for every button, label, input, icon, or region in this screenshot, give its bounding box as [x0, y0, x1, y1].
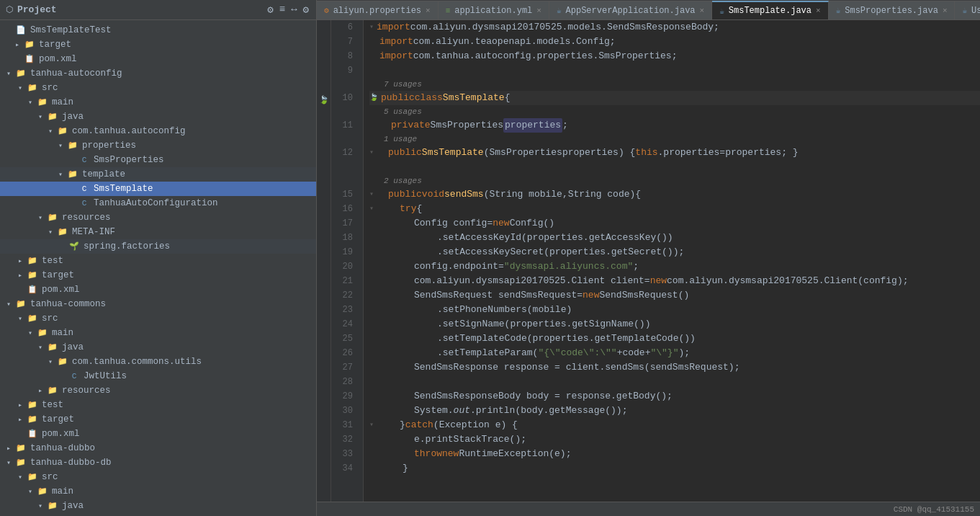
- folder-icon: [26, 400, 39, 410]
- tab-close-icon[interactable]: ×: [700, 6, 705, 15]
- tree-item-pom1[interactable]: 📋 pom.xml: [0, 52, 316, 66]
- param: String mobile,String code){: [489, 187, 641, 202]
- tree-item-java2[interactable]: 📁 java: [0, 340, 316, 355]
- fold-icon-31[interactable]: ▾: [369, 418, 374, 432]
- tab-close-icon[interactable]: ×: [536, 6, 541, 15]
- arrow: [45, 127, 56, 135]
- tree-item-java1[interactable]: 📁 java: [0, 110, 316, 124]
- tab-aliyun-properties[interactable]: ⚙ aliyun.properties ×: [317, 1, 439, 19]
- tree-item-JwtUtils[interactable]: C JwtUtils: [0, 369, 316, 383]
- tree-item-src1[interactable]: src: [0, 81, 316, 95]
- tree-item-pom3[interactable]: 📋 pom.xml: [0, 427, 316, 441]
- tree-item-target1[interactable]: target: [0, 37, 316, 52]
- code-line-21: com.aliyun.dysmsapi20170525.Client clien…: [369, 274, 980, 288]
- tree-item-tanhua-dubbo[interactable]: tanhua-dubbo: [0, 441, 316, 455]
- item-label: SmsProperties: [94, 155, 164, 165]
- keyword-this: this: [635, 146, 657, 160]
- tree-item-SmsProperties[interactable]: C SmsProperties: [0, 153, 316, 167]
- semicolon: ;: [633, 259, 639, 274]
- line-numbers: 6 7 8 9 10 11 12 15 16 17 18 19 20 21 22…: [331, 20, 364, 502]
- code-content[interactable]: ▾ import com.aliyun.dysmsapi20170525.mod…: [364, 20, 980, 502]
- tree-item-com-tanhua-autoconfig[interactable]: com.tanhua.autoconfig: [0, 124, 316, 138]
- tree-item-SmsTemplate[interactable]: C SmsTemplate: [0, 182, 316, 196]
- arrow: [55, 141, 66, 150]
- tree-item-src2[interactable]: src: [0, 311, 316, 326]
- tree-item-resources1[interactable]: resources: [0, 210, 316, 225]
- tree-item-main1[interactable]: main: [0, 95, 316, 110]
- tree-item-TanhuaAutoConfiguration[interactable]: C TanhuaAutoConfiguration: [0, 196, 316, 210]
- tree-item-smsTemplateTest[interactable]: 📄 SmsTemplateTest: [0, 23, 316, 37]
- code-line-32: e.printStackTrace();: [369, 432, 980, 447]
- fold-icon-15[interactable]: ▾: [369, 187, 374, 202]
- java-folder-icon: 📁: [46, 501, 59, 511]
- spring-icon: 🌱: [68, 241, 81, 252]
- arrow: [3, 300, 14, 308]
- expand-icon[interactable]: ≡: [278, 2, 287, 17]
- code: .setAccessKeyId(properties.getAccessKey(…: [437, 231, 673, 245]
- yaml-icon: ≡: [446, 6, 451, 15]
- tab-close-icon[interactable]: ×: [816, 6, 821, 15]
- gear-icon[interactable]: ⚙: [266, 2, 274, 17]
- tree-item-tanhua-dubbo-db[interactable]: tanhua-dubbo-db: [0, 455, 316, 470]
- gutter-24: [317, 323, 331, 337]
- tree-item-test1[interactable]: test: [0, 254, 316, 268]
- tree-item-main2[interactable]: main: [0, 326, 316, 340]
- tree-item-resources2[interactable]: resources: [0, 383, 316, 398]
- param-name: properties: [562, 146, 619, 160]
- keyword-throw: throw: [414, 447, 442, 461]
- tab-SmsTemplate[interactable]: ☕ SmsTemplate.java ×: [712, 1, 828, 19]
- tree-item-java3[interactable]: 📁 java: [0, 499, 316, 513]
- folder-icon: [56, 126, 69, 136]
- arrow: [45, 357, 56, 366]
- code: com.aliyun.dysmsapi20170525.Client clien…: [414, 274, 650, 288]
- tab-UserService[interactable]: ☕ UserService.java ×: [955, 1, 980, 19]
- linenum-11: 11: [331, 118, 357, 133]
- settings-icon[interactable]: ⚙: [302, 2, 310, 17]
- tab-application-yml[interactable]: ≡ application.yml ×: [439, 1, 549, 19]
- linenum-blank: [331, 160, 357, 174]
- tree-item-src3[interactable]: src: [0, 470, 316, 484]
- item-label: tanhua-dubbo-db: [30, 458, 112, 468]
- tree-item-com-tanhua-commons[interactable]: com.tanhua.commons.utils: [0, 355, 316, 369]
- tree-item-target2[interactable]: target: [0, 268, 316, 283]
- tree-item-properties[interactable]: properties: [0, 138, 316, 153]
- tree-item-tanhua-autoconfig[interactable]: tanhua-autoconfig: [0, 66, 316, 81]
- item-label: pom.xml: [42, 429, 80, 439]
- tree-item-template[interactable]: template: [0, 167, 316, 182]
- code-line-12: ▾ public SmsTemplate ( SmsProperties pro…: [369, 146, 980, 160]
- linenum-15: 15: [331, 187, 357, 202]
- tree-item-com-tanhua-dubbo[interactable]: com.tanhua.dubbo: [0, 513, 316, 516]
- tab-close-icon[interactable]: ×: [943, 6, 948, 15]
- tree-item-main3[interactable]: main: [0, 484, 316, 499]
- folder-icon: [14, 299, 27, 309]
- tab-close-icon[interactable]: ×: [426, 6, 431, 15]
- item-label: tanhua-commons: [30, 299, 106, 309]
- tree-item-META-INF[interactable]: META-INF: [0, 225, 316, 239]
- code: SendSmsResponseBody body = response.getB…: [414, 389, 673, 404]
- gutter-32: [317, 438, 331, 453]
- tree-item-pom2[interactable]: 📋 pom.xml: [0, 283, 316, 297]
- csdn-label: CSDN @qq_41531155: [894, 505, 974, 514]
- project-header: ⬡ Project ⚙ ≡ ↔ ⚙: [0, 0, 316, 20]
- constructor-name: SmsTemplate: [422, 146, 484, 160]
- tree-item-target3[interactable]: target: [0, 412, 316, 427]
- tab-SmsProperties[interactable]: ☕ SmsProperties.java ×: [829, 1, 956, 19]
- linenum-usage2: [331, 105, 357, 118]
- tree-item-spring-factories[interactable]: 🌱 spring.factories: [0, 239, 316, 254]
- tree-item-tanhua-commons[interactable]: tanhua-commons: [0, 297, 316, 311]
- fold-icon-12[interactable]: ▾: [369, 146, 374, 160]
- code: SendSmsRequest sendSmsRequest=: [414, 288, 583, 303]
- fold-area[interactable]: ▾: [369, 20, 374, 35]
- tab-AppServerApplication[interactable]: ☕ AppServerApplication.java ×: [549, 1, 712, 19]
- code-line-8: import com.tanhua.autoconfig.properties.…: [369, 49, 980, 63]
- tree-item-test2[interactable]: test: [0, 398, 316, 412]
- layout-icon[interactable]: ↔: [289, 2, 298, 17]
- folder-icon: [26, 414, 39, 424]
- bean-icon[interactable]: 🍃: [369, 91, 378, 105]
- code-line-22: SendSmsRequest sendSmsRequest= new SendS…: [369, 288, 980, 303]
- arrow: [3, 458, 14, 467]
- item-label: java: [62, 112, 84, 122]
- fold-icon-16[interactable]: ▾: [369, 202, 374, 216]
- linenum-18: 18: [331, 231, 357, 245]
- linenum-22: 22: [331, 288, 357, 303]
